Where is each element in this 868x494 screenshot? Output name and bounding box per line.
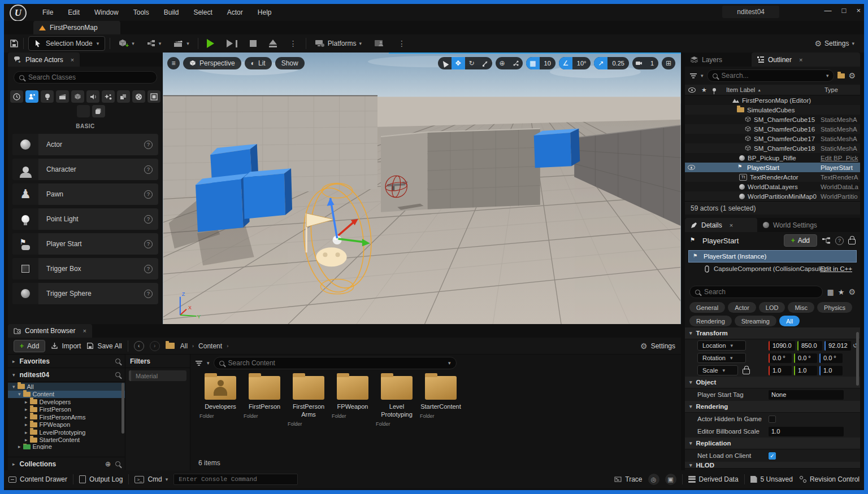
details-settings-icon[interactable]: ⚙ [848,287,856,296]
menu-build[interactable]: Build [157,6,186,19]
help-icon[interactable]: ? [835,237,844,245]
stop-button[interactable] [246,37,261,50]
filter-tab-general[interactable]: General [689,302,725,313]
rotation-z-input[interactable]: 0.0 ° [819,353,843,363]
search-icon[interactable] [115,372,120,377]
visibility-column-icon[interactable] [688,88,696,93]
play-options-kebab-icon[interactable]: ⋮ [285,37,301,50]
scale-y-input[interactable]: 1.0 [794,366,817,375]
rotation-snap-value[interactable]: 10° [572,60,591,67]
select-tool-icon[interactable] [438,57,452,69]
shapes-category-icon[interactable] [71,90,84,103]
menu-window[interactable]: Window [88,6,125,19]
visual-effects-category-icon[interactable] [102,90,115,103]
menu-file[interactable]: File [36,6,60,19]
tree-item-firstpersonarms[interactable]: ▸ FirstPersonArms [8,413,125,421]
section-hlod[interactable]: ▾ HLOD [685,462,860,469]
geometry-category-icon[interactable] [117,90,130,103]
favorites-icon[interactable]: ★ [838,288,845,296]
level-tab[interactable]: FirstPersonMap [33,21,120,34]
collections-header[interactable]: ▸ Collections ⊕ [8,457,125,470]
unreal-logo[interactable]: U [10,5,27,21]
close-icon[interactable]: × [799,56,802,63]
place-item-character[interactable]: Character ? [12,159,158,180]
cb-search[interactable]: ▾ [214,357,457,369]
output-log-button[interactable]: Output Log [79,473,123,486]
cb-settings-dropdown[interactable]: ⚙ Settings [640,340,675,352]
help-icon[interactable]: ? [144,240,153,248]
outliner-row[interactable]: SM_ChamferCube18 StaticMeshA [685,143,860,153]
location-x-input[interactable]: 1090.0 [769,341,795,351]
close-icon[interactable]: × [730,222,733,229]
details-search-input[interactable] [704,288,817,296]
outliner-search-input[interactable] [722,72,822,80]
scale-x-input[interactable]: 1.0 [769,366,792,375]
asset-tile-developers[interactable]: Developers Folder [198,376,242,419]
star-column-icon[interactable]: ★ [701,86,707,94]
help-icon[interactable]: ? [144,141,153,149]
filter-tab-rendering[interactable]: Rendering [689,316,732,326]
tree-item-levelprototyping[interactable]: ▸ LevelPrototyping [8,429,125,436]
blueprints-button[interactable]: ▾ [143,37,166,50]
scale-dropdown[interactable]: Scale ▾ [697,365,738,375]
visibility-eye-icon[interactable] [688,165,695,170]
details-scrollbar[interactable] [856,332,859,386]
ui-category-icon[interactable] [147,90,160,103]
outliner-row[interactable]: SM_ChamferCube17 StaticMeshA [685,134,860,143]
scale-tool-icon[interactable] [479,57,492,69]
minimize-button[interactable]: — [824,6,832,15]
section-transform[interactable]: ▾ Transform [685,327,860,339]
lights-category-icon[interactable] [41,90,54,103]
rotation-dropdown[interactable]: Rotation ▾ [697,353,746,363]
breadcrumb-content[interactable]: Content [198,342,222,350]
unsaved-button[interactable]: 5 Unsaved [750,473,793,486]
rotation-snap-icon[interactable]: ∠ [559,57,572,69]
add-actor-button[interactable]: + ▾ [115,37,138,50]
tree-item-startercontent[interactable]: ▸ StarterContent [8,436,125,444]
asset-tile-firstperson-arms[interactable]: FirstPerson Arms Folder [287,376,331,427]
place-item-trigger-box[interactable]: Trigger Box ? [12,258,158,279]
menu-select[interactable]: Select [186,6,219,19]
cb-add-button[interactable]: + Add [14,340,45,352]
menu-actor[interactable]: Actor [220,6,250,19]
display-options-icon[interactable]: ▦ [827,288,834,296]
cb-filter-icon[interactable] [195,360,203,366]
tree-item-firstperson[interactable]: ▸ FirstPerson [8,406,125,414]
maximize-button[interactable]: □ [842,6,847,15]
save-icon[interactable] [10,39,19,48]
lit-mode-dropdown[interactable]: ◐ Lit [245,57,272,69]
location-dropdown[interactable]: Location ▾ [697,340,746,351]
tree-item-developers[interactable]: ▸ Developers [8,398,125,406]
editor-settings-dropdown[interactable]: ⚙ Settings ▾ [811,37,858,50]
screenshot-icon[interactable]: ▣ [665,474,676,485]
trace-button[interactable]: Trace [614,473,642,486]
skip-frame-button[interactable] [223,37,241,50]
filter-tab-misc[interactable]: Misc [788,302,814,313]
location-z-input[interactable]: 92.012 [824,341,851,351]
revision-control-button[interactable]: Revision Control [798,473,860,486]
outliner-row[interactable]: WorldPartitionMiniMap0 WorldPartitio [685,191,860,201]
cmd-dropdown[interactable]: >_ Cmd ▾ [134,473,168,486]
rotation-y-input[interactable]: 0.0 ° [794,353,817,363]
platforms-dropdown[interactable]: Platforms ▾ [311,37,366,50]
tree-item-engine[interactable]: ▸ Engine [8,444,125,449]
edit-blueprint-link[interactable]: Edit BP_Pick [821,155,858,161]
forward-icon[interactable]: › [150,341,160,351]
audio-category-icon[interactable] [86,90,99,103]
scale-lock-icon[interactable] [743,369,750,374]
outliner-settings-icon[interactable]: ⚙ [848,71,856,80]
tree-item-fpweapon[interactable]: ▸ FPWeapon [8,421,125,429]
place-item-player-start[interactable]: ⚑ Player Start ? [12,233,158,255]
favorites-header[interactable]: ▸ Favorites [8,355,125,368]
play-button[interactable] [203,37,218,50]
search-classes-input[interactable] [28,73,151,81]
details-tab[interactable]: Details × [685,218,757,232]
project-header[interactable]: ▾ nditest04 [8,368,125,382]
menu-tools[interactable]: Tools [127,6,156,19]
grid-snap-icon[interactable]: ▦ [526,57,540,69]
perspective-dropdown[interactable]: Perspective [183,57,241,69]
place-item-pawn[interactable]: ♟ Pawn ? [12,183,158,205]
filter-tab-physics[interactable]: Physics [817,302,852,313]
viewport-scene[interactable]: Z X Y [163,53,681,324]
outliner-row[interactable]: FirstPersonMap (Editor) [685,95,860,105]
